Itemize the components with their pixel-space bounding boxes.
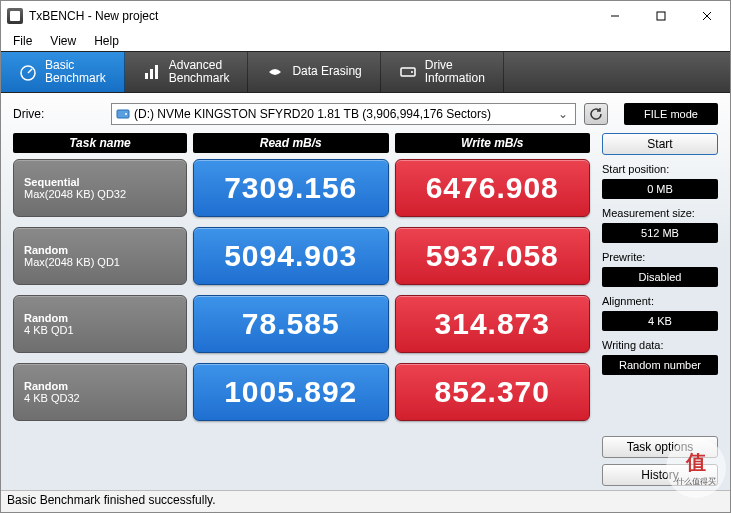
task-random-4k-qd32[interactable]: Random4 KB QD32 (13, 363, 187, 421)
svg-line-5 (28, 69, 32, 73)
drive-row: Drive: (D:) NVMe KINGSTON SFYRD20 1.81 T… (1, 93, 730, 133)
benchmark-table: Task name Read mB/s Write mB/s Sequentia… (13, 133, 590, 486)
header-write: Write mB/s (395, 133, 591, 153)
task-sub: 4 KB QD1 (24, 324, 176, 336)
task-name: Sequential (24, 176, 176, 188)
start-position-value[interactable]: 0 MB (602, 179, 718, 199)
tab-label: Benchmark (45, 72, 106, 85)
tab-drive-information[interactable]: DriveInformation (381, 52, 504, 92)
menu-view[interactable]: View (42, 32, 84, 50)
tab-label: Information (425, 72, 485, 85)
table-row: RandomMax(2048 KB) QD1 5094.903 5937.058 (13, 227, 590, 285)
refresh-button[interactable] (584, 103, 608, 125)
main-panel: Drive: (D:) NVMe KINGSTON SFYRD20 1.81 T… (1, 93, 730, 490)
write-value: 314.873 (395, 295, 591, 353)
read-value: 1005.892 (193, 363, 389, 421)
svg-rect-7 (150, 69, 153, 79)
alignment-value[interactable]: 4 KB (602, 311, 718, 331)
refresh-icon (589, 107, 603, 121)
title-bar: TxBENCH - New project (1, 1, 730, 31)
task-name: Random (24, 244, 176, 256)
writing-data-value[interactable]: Random number (602, 355, 718, 375)
app-icon (7, 8, 23, 24)
write-value: 852.370 (395, 363, 591, 421)
window-title: TxBENCH - New project (29, 9, 592, 23)
svg-rect-1 (657, 12, 665, 20)
bars-icon (143, 63, 161, 81)
file-mode-button[interactable]: FILE mode (624, 103, 718, 125)
tab-data-erasing[interactable]: Data Erasing (248, 52, 380, 92)
task-name: Random (24, 312, 176, 324)
watermark: 值 什么值得买 (666, 438, 726, 498)
drive-label: Drive: (13, 107, 103, 121)
svg-point-12 (125, 113, 127, 115)
chevron-down-icon: ⌄ (555, 107, 571, 121)
menu-help[interactable]: Help (86, 32, 127, 50)
read-value: 78.585 (193, 295, 389, 353)
writing-data-label: Writing data: (602, 335, 718, 351)
close-button[interactable] (684, 1, 730, 31)
drive-value: (D:) NVMe KINGSTON SFYRD20 1.81 TB (3,90… (134, 107, 491, 121)
svg-rect-6 (145, 73, 148, 79)
task-sub: 4 KB QD32 (24, 392, 176, 404)
table-row: Random4 KB QD1 78.585 314.873 (13, 295, 590, 353)
tab-advanced-benchmark[interactable]: AdvancedBenchmark (125, 52, 249, 92)
side-panel: Start Start position: 0 MB Measurement s… (602, 133, 718, 486)
erase-icon (266, 63, 284, 81)
task-sub: Max(2048 KB) QD32 (24, 188, 176, 200)
svg-rect-8 (155, 65, 158, 79)
drive-select[interactable]: (D:) NVMe KINGSTON SFYRD20 1.81 TB (3,90… (111, 103, 576, 125)
menu-bar: File View Help (1, 31, 730, 51)
read-value: 5094.903 (193, 227, 389, 285)
status-bar: Basic Benchmark finished successfully. (1, 490, 730, 512)
svg-point-10 (411, 71, 413, 73)
prewrite-label: Prewrite: (602, 247, 718, 263)
task-random-2048-qd1[interactable]: RandomMax(2048 KB) QD1 (13, 227, 187, 285)
watermark-char: 值 (686, 449, 706, 476)
write-value: 5937.058 (395, 227, 591, 285)
alignment-label: Alignment: (602, 291, 718, 307)
start-position-label: Start position: (602, 159, 718, 175)
task-random-4k-qd1[interactable]: Random4 KB QD1 (13, 295, 187, 353)
svg-rect-11 (117, 110, 129, 118)
start-button[interactable]: Start (602, 133, 718, 155)
measurement-size-value[interactable]: 512 MB (602, 223, 718, 243)
menu-file[interactable]: File (5, 32, 40, 50)
tab-label: Benchmark (169, 72, 230, 85)
column-headers: Task name Read mB/s Write mB/s (13, 133, 590, 153)
drive-icon (399, 63, 417, 81)
read-value: 7309.156 (193, 159, 389, 217)
maximize-button[interactable] (638, 1, 684, 31)
header-read: Read mB/s (193, 133, 389, 153)
header-task: Task name (13, 133, 187, 153)
write-value: 6476.908 (395, 159, 591, 217)
measurement-size-label: Measurement size: (602, 203, 718, 219)
watermark-text: 什么值得买 (676, 476, 716, 487)
task-name: Random (24, 380, 176, 392)
gauge-icon (19, 63, 37, 81)
prewrite-value[interactable]: Disabled (602, 267, 718, 287)
task-sequential-qd32[interactable]: SequentialMax(2048 KB) QD32 (13, 159, 187, 217)
tab-basic-benchmark[interactable]: BasicBenchmark (1, 52, 125, 92)
minimize-button[interactable] (592, 1, 638, 31)
disk-icon (116, 107, 130, 121)
tab-label: Data Erasing (292, 65, 361, 78)
table-row: Random4 KB QD32 1005.892 852.370 (13, 363, 590, 421)
tab-bar: BasicBenchmark AdvancedBenchmark Data Er… (1, 51, 730, 93)
task-sub: Max(2048 KB) QD1 (24, 256, 176, 268)
table-row: SequentialMax(2048 KB) QD32 7309.156 647… (13, 159, 590, 217)
